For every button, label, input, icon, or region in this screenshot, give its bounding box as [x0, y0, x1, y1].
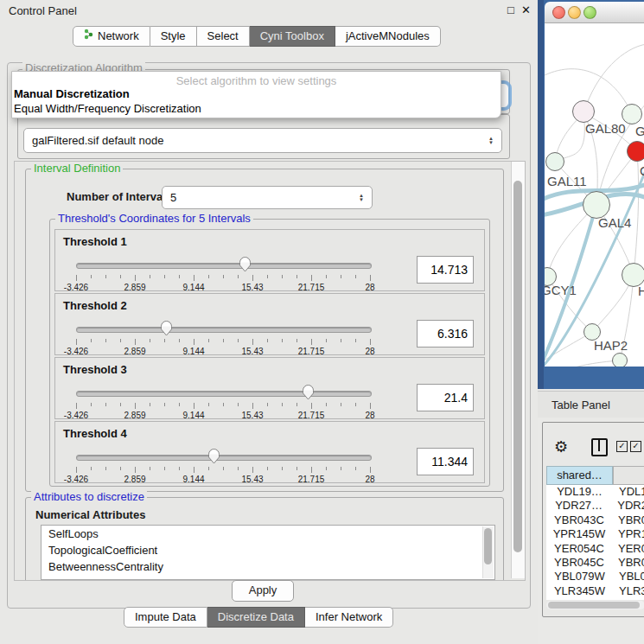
cell-shared-name[interactable]: YBR045C [546, 556, 612, 570]
algorithm-dropdown-popup: Select algorithm to view settings Manual… [11, 71, 501, 118]
tab-cyni-toolbox[interactable]: Cyni Toolbox [250, 26, 335, 47]
network-canvas[interactable]: GAL80GACGAL11GAL4GCY1HHAP2 [545, 23, 644, 367]
slider-track[interactable] [76, 391, 372, 397]
settings-scrollbar[interactable] [511, 162, 525, 578]
attribute-item[interactable]: SelfLoops [41, 526, 494, 542]
float-window-icon[interactable]: □ [507, 3, 514, 16]
attribute-item[interactable]: BetweennessCentrality [41, 558, 494, 575]
slider-thumb[interactable] [160, 320, 173, 336]
popup-item-equal-width[interactable]: Equal Width/Frequency Discretization [14, 102, 201, 115]
cell-shared-name[interactable]: YDR27… [546, 499, 611, 513]
network-node[interactable] [622, 104, 642, 124]
gear-icon[interactable]: ⚙ [554, 437, 568, 456]
slider-thumb[interactable] [239, 256, 252, 272]
table-row[interactable]: YBL079WYBL0 [546, 570, 644, 583]
cell-name[interactable]: YBR0 [612, 556, 644, 570]
close-icon[interactable]: ✕ [521, 3, 531, 16]
cell-shared-name[interactable]: YBL079W [546, 570, 613, 583]
tab-network[interactable]: Network [73, 26, 150, 47]
threshold-slider[interactable]: -3.4262.8599.14415.4321.71528 [76, 387, 370, 413]
threshold-value-field[interactable]: 21.4 [417, 384, 474, 411]
tick-mark [208, 275, 209, 278]
column-header-shared-name[interactable]: shared… [546, 466, 613, 485]
attributes-scrollbar[interactable] [482, 526, 494, 578]
tick-mark [150, 467, 150, 470]
tick-mark [120, 275, 121, 278]
table-row[interactable]: YDR27…YDR2 [546, 499, 644, 513]
tick-mark [76, 403, 77, 409]
tab-impute-data[interactable]: Impute Data [124, 607, 207, 628]
table-row[interactable]: YLR345WYLR3 [546, 584, 644, 598]
threshold-value-field[interactable]: 11.344 [417, 448, 474, 475]
close-traffic-icon[interactable] [552, 6, 565, 19]
tick-label: -3.426 [64, 475, 88, 484]
cell-shared-name[interactable]: YDL19… [546, 485, 613, 499]
cell-name[interactable]: YIL0 [613, 598, 642, 600]
checkbox-icon[interactable]: ✓ [630, 441, 641, 452]
network-node[interactable] [572, 100, 595, 123]
table-horizontal-scrollbar[interactable] [546, 601, 644, 609]
network-node[interactable] [545, 152, 564, 171]
tick-mark [238, 467, 239, 470]
attribute-item[interactable]: TopologicalCoefficient [41, 542, 494, 558]
tick-mark [194, 275, 194, 281]
table-row[interactable]: YDL19…YDL1 [546, 485, 644, 499]
slider-track[interactable] [76, 263, 372, 269]
table-row[interactable]: YBR045CYBR0 [546, 556, 644, 570]
threshold-value-field[interactable]: 14.713 [417, 256, 474, 284]
tab-discretize-data[interactable]: Discretize Data [207, 607, 305, 628]
tab-jactivemnodules[interactable]: jActiveMNodules [335, 26, 441, 47]
tab-style[interactable]: Style [150, 26, 197, 47]
cell-shared-name[interactable]: YER054C [546, 542, 612, 556]
threshold-slider[interactable]: -3.4262.8599.14415.4321.71528 [76, 323, 370, 349]
network-window-titlebar[interactable] [545, 2, 644, 23]
minimize-traffic-icon[interactable] [568, 6, 581, 19]
zoom-traffic-icon[interactable] [583, 6, 596, 19]
tick-mark [91, 275, 92, 278]
table-row[interactable]: YPR145WYPR1 [546, 527, 644, 541]
network-node[interactable] [627, 141, 644, 162]
table-row[interactable]: YER054CYER0 [546, 542, 644, 556]
threshold-slider[interactable]: -3.4262.8599.14415.4321.71528 [76, 259, 370, 285]
tab-infer-network[interactable]: Infer Network [305, 607, 393, 628]
table-data-combobox[interactable]: galFiltered.sif default node ▲▼ [23, 128, 502, 153]
slider-track[interactable] [76, 455, 372, 461]
threshold-slider[interactable]: -3.4262.8599.14415.4321.71528 [76, 451, 370, 477]
cell-name[interactable]: YDR2 [611, 499, 644, 513]
table-row[interactable]: YIL052CYIL0 [546, 598, 644, 600]
tick-mark [164, 467, 165, 470]
network-node[interactable] [612, 353, 628, 367]
tick-mark [355, 339, 356, 342]
threshold-value-field[interactable]: 6.316 [417, 320, 474, 348]
column-header-name[interactable]: n [613, 466, 644, 485]
tick-mark [311, 275, 312, 281]
tick-mark [311, 339, 312, 345]
slider-track[interactable] [76, 327, 372, 333]
tick-mark [91, 403, 92, 406]
cell-shared-name[interactable]: YIL052C [546, 598, 613, 600]
tick-mark [208, 339, 209, 342]
table-row[interactable]: YBR043CYBR0 [546, 513, 644, 527]
slider-thumb[interactable] [207, 448, 220, 464]
popup-item-manual[interactable]: Manual Discretization [14, 87, 130, 100]
cell-name[interactable]: YER0 [612, 542, 644, 556]
tick-mark [194, 339, 194, 345]
thresholds-container: Threshold 1-3.4262.8599.14415.4321.71528… [49, 219, 488, 485]
cell-name[interactable]: YPR1 [612, 527, 644, 541]
cell-shared-name[interactable]: YLR345W [546, 584, 613, 598]
tick-mark [326, 467, 327, 470]
cell-name[interactable]: YBR0 [612, 513, 644, 527]
cell-shared-name[interactable]: YBR043C [546, 513, 612, 527]
slider-thumb[interactable] [302, 384, 315, 400]
apply-button[interactable]: Apply [232, 580, 294, 602]
checkbox-icon[interactable]: ✓ [616, 441, 628, 452]
tab-select[interactable]: Select [197, 26, 250, 47]
num-intervals-combobox[interactable]: 5 ▲▼ [162, 186, 373, 209]
cell-shared-name[interactable]: YPR145W [546, 527, 612, 541]
column-view-icon[interactable] [591, 438, 608, 456]
tick-mark [150, 403, 150, 406]
cell-name[interactable]: YDL1 [613, 485, 644, 499]
cell-name[interactable]: YBL0 [613, 570, 644, 583]
cell-name[interactable]: YLR3 [613, 584, 644, 598]
tick-label: 28 [365, 475, 374, 484]
